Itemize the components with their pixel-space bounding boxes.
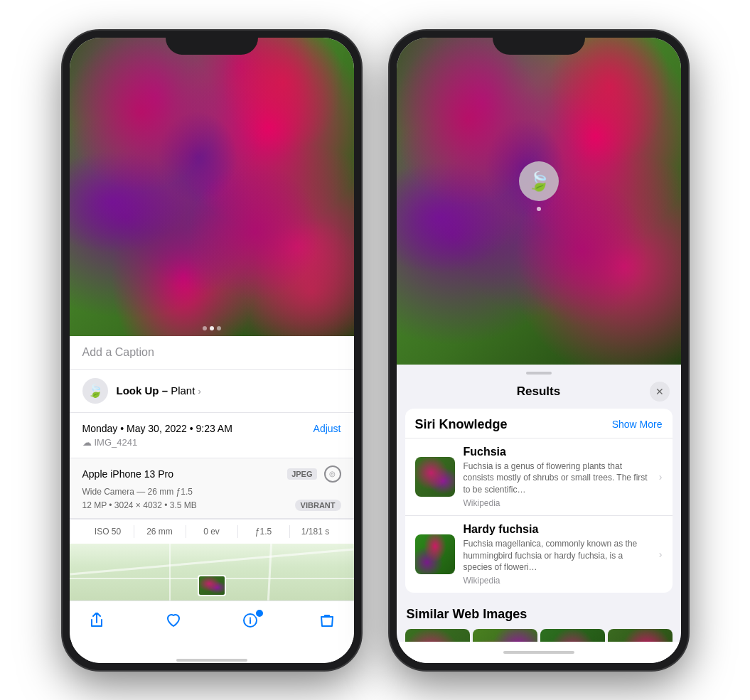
similar-img-1[interactable]	[405, 629, 470, 641]
left-screen: Add a Caption 🍃 Look Up – Plant › Monday…	[70, 38, 354, 663]
siri-leaf-right: 🍃	[527, 171, 550, 193]
share-button[interactable]	[84, 610, 109, 635]
device-name: Apple iPhone 13 Pro	[82, 468, 173, 480]
device-section: Apple iPhone 13 Pro JPEG ◎ Wide Camera —…	[70, 458, 354, 519]
device-row: Apple iPhone 13 Pro JPEG ◎	[82, 465, 341, 483]
siri-icon: 🍃	[82, 378, 108, 404]
hardy-info: Hardy fuchsia Fuchsia magellanica, commo…	[464, 523, 650, 586]
meta-filename: IMG_4241	[95, 437, 138, 448]
exif-focal: 26 mm	[134, 525, 186, 538]
exif-iso: ISO 50	[82, 525, 134, 538]
siri-leaf-icon: 🍃	[87, 383, 103, 399]
map-overlay	[70, 544, 354, 601]
meta-date: Monday • May 30, 2022 • 9:23 AM	[82, 423, 232, 434]
map-road-v1	[169, 544, 171, 601]
similar-images-section: Similar Web Images	[405, 604, 673, 641]
bottom-toolbar	[70, 601, 354, 650]
fuchsia-info: Fuchsia Fuchsia is a genus of flowering …	[464, 446, 650, 508]
caption-placeholder[interactable]: Add a Caption	[82, 346, 154, 358]
home-bar-right	[503, 651, 574, 654]
dot-2	[210, 326, 214, 330]
show-more-button[interactable]: Show More	[612, 419, 663, 430]
dot-3	[217, 326, 221, 330]
knowledge-item-fuchsia[interactable]: Fuchsia Fuchsia is a genus of flowering …	[405, 438, 673, 515]
camera-specs: Wide Camera — 26 mm ƒ1.5	[82, 487, 341, 497]
hardy-chevron: ›	[659, 549, 663, 560]
info-badge	[255, 608, 264, 618]
photo-dot-indicator	[203, 326, 221, 330]
trash-icon	[319, 613, 335, 632]
results-content: Siri Knowledge Show More Fuchsia Fuchsia…	[397, 409, 681, 642]
delete-button[interactable]	[314, 610, 340, 635]
home-bar	[176, 659, 247, 662]
similar-img-2[interactable]	[473, 629, 537, 641]
siri-overlay: 🍃	[519, 161, 559, 211]
sheet-handle	[526, 372, 552, 375]
right-phone: 🍃 Results ✕ Siri Knowledge Show M	[390, 31, 688, 670]
hardy-description: Fuchsia magellanica, commonly known as t…	[464, 538, 650, 574]
map-section[interactable]	[70, 544, 354, 601]
phone-notch	[166, 31, 258, 55]
map-road-h1	[70, 548, 353, 575]
siri-dot	[537, 207, 541, 211]
photo-image-left[interactable]	[70, 38, 354, 336]
meta-cloud-row: ☁ IMG_4241	[82, 437, 341, 448]
right-screen: 🍃 Results ✕ Siri Knowledge Show M	[397, 38, 681, 663]
siri-knowledge-header: Siri Knowledge Show More	[405, 409, 673, 438]
home-indicator-right	[397, 642, 681, 663]
look-up-chevron: ›	[198, 386, 201, 397]
knowledge-item-hardy[interactable]: Hardy fuchsia Fuchsia magellanica, commo…	[405, 515, 673, 593]
jpeg-badge: JPEG	[287, 468, 316, 480]
resolution-text: 12 MP • 3024 × 4032 • 3.5 MB	[82, 500, 197, 510]
favorite-button[interactable]	[161, 610, 186, 635]
similar-section-title: Similar Web Images	[405, 604, 673, 629]
map-photo-thumb	[198, 575, 226, 596]
vibrant-badge: VIBRANT	[295, 500, 341, 511]
exif-shutter: 1/181 s	[290, 525, 341, 538]
sheet-handle-area	[397, 365, 681, 377]
photo-image-right: 🍃	[397, 38, 681, 365]
map-road-v2	[267, 544, 272, 601]
fuchsia-chevron: ›	[659, 471, 663, 483]
close-button[interactable]: ✕	[650, 382, 670, 402]
heart-icon	[166, 613, 181, 632]
hardy-name: Hardy fuchsia	[464, 523, 650, 536]
fuchsia-thumbnail	[415, 457, 455, 497]
camera-specs-row2: 12 MP • 3024 × 4032 • 3.5 MB VIBRANT	[82, 500, 341, 511]
home-indicator	[70, 650, 354, 663]
cloud-icon: ☁	[82, 437, 92, 448]
exif-aperture: ƒ1.5	[238, 525, 290, 538]
fuchsia-description: Fuchsia is a genus of flowering plants t…	[464, 461, 650, 496]
look-up-label: Look Up – Plant ›	[117, 384, 201, 397]
left-phone: Add a Caption 🍃 Look Up – Plant › Monday…	[63, 31, 361, 670]
results-title: Results	[428, 384, 650, 399]
meta-row-date: Monday • May 30, 2022 • 9:23 AM Adjust	[82, 423, 341, 434]
siri-knowledge-title: Siri Knowledge	[415, 417, 508, 432]
results-header: Results ✕	[397, 377, 681, 409]
results-sheet: Results ✕ Siri Knowledge Show More Fuchs…	[397, 365, 681, 663]
camera-icon: ◎	[329, 470, 336, 478]
look-up-subject: Plant	[171, 384, 195, 397]
fuchsia-name: Fuchsia	[464, 446, 650, 458]
siri-circle-icon: 🍃	[519, 161, 559, 201]
caption-area[interactable]: Add a Caption	[70, 336, 354, 370]
hardy-thumbnail	[415, 534, 455, 574]
exif-ev: 0 ev	[186, 525, 238, 538]
phone-notch-right	[493, 31, 585, 55]
metadata-section: Monday • May 30, 2022 • 9:23 AM Adjust ☁…	[70, 413, 354, 458]
similar-img-4[interactable]	[608, 629, 673, 641]
share-icon	[89, 613, 105, 632]
dot-1	[203, 326, 207, 330]
meta-adjust-btn[interactable]: Adjust	[314, 423, 341, 434]
look-up-section[interactable]: 🍃 Look Up – Plant ›	[70, 370, 354, 413]
camera-icon-btn[interactable]: ◎	[324, 465, 341, 483]
siri-knowledge-section: Siri Knowledge Show More Fuchsia Fuchsia…	[405, 409, 673, 593]
exif-row: ISO 50 26 mm 0 ev ƒ1.5 1/181 s	[70, 519, 354, 544]
fuchsia-source: Wikipedia	[464, 498, 650, 508]
look-up-bold: Look Up –	[117, 384, 168, 397]
hardy-source: Wikipedia	[464, 576, 650, 586]
info-button[interactable]	[237, 610, 263, 635]
similar-img-3[interactable]	[540, 629, 605, 641]
similar-images-row	[405, 629, 673, 641]
